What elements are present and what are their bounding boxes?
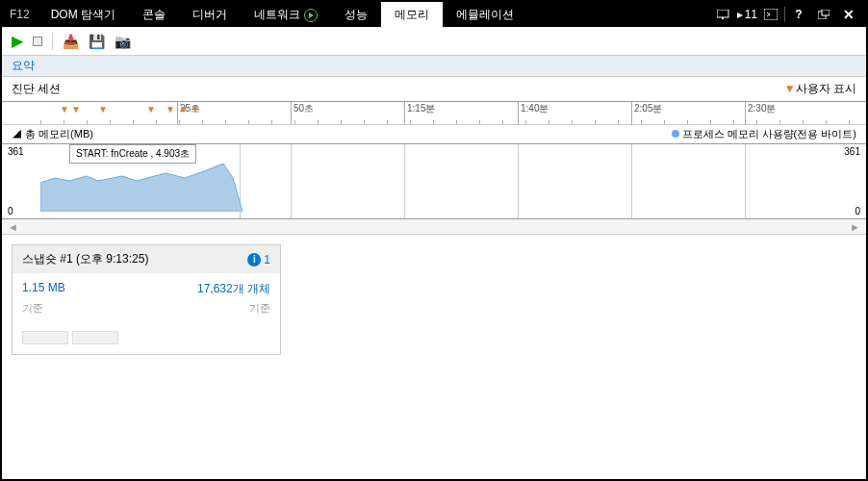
user-marker-icon: ▼: [179, 104, 189, 114]
play-circle-icon: [304, 9, 318, 22]
svg-marker-5: [40, 164, 243, 212]
y-axis-max: 361: [8, 146, 24, 157]
summary-tab[interactable]: 요약: [2, 56, 866, 77]
snapshot-thumbnails: [13, 327, 280, 354]
snapshot-size-link[interactable]: 1.15 MB: [22, 281, 65, 297]
user-marker-icon: ▼: [60, 104, 69, 114]
tab-memory[interactable]: 메모리: [381, 2, 443, 27]
titlebar: F12 DOM 탐색기 콘솔 디버거 네트워크 성능 메모리 에뮬레이션 ▸11…: [2, 2, 866, 27]
snapshot-title: 스냅숏 #1 (오후 9:13:25): [22, 251, 148, 267]
svg-rect-4: [822, 10, 830, 15]
undock-icon[interactable]: [812, 3, 835, 26]
chart-tooltip: START: fnCreate , 4.903초: [69, 144, 196, 164]
user-marker-icon: ▼: [146, 104, 156, 114]
snapshot-camera-icon[interactable]: 📷: [115, 34, 131, 49]
thumbnail[interactable]: [22, 331, 68, 344]
tab-console[interactable]: 콘솔: [129, 2, 179, 27]
thumbnail[interactable]: [72, 331, 118, 344]
snapshot-info-badge[interactable]: i 1: [247, 253, 270, 266]
tab-network[interactable]: 네트워크: [241, 2, 331, 27]
chart-header: ◢ 총 메모리(MB) 프로세스 메모리 사용량(전용 바이트): [2, 125, 866, 144]
snapshots-area: 스냅숏 #1 (오후 9:13:25) i 1 1.15 MB 17,632개 …: [2, 235, 866, 365]
timeline-ruler[interactable]: 25초 50초 1:15분 1:40분 2:05분 2:30분 ▼ ▼ ▼ ▼ …: [2, 102, 866, 125]
close-icon[interactable]: ✕: [837, 3, 860, 26]
tab-performance[interactable]: 성능: [331, 2, 381, 27]
chart-title: ◢ 총 메모리(MB): [12, 127, 93, 141]
scroll-left-icon[interactable]: ◄: [8, 221, 18, 233]
save-icon[interactable]: 💾: [89, 34, 105, 49]
baseline-label-left: 기준: [22, 301, 43, 316]
scroll-right-icon[interactable]: ►: [850, 221, 860, 233]
start-profiling-button[interactable]: ▶: [12, 32, 23, 50]
timeline-scrollbar[interactable]: ◄ ►: [2, 219, 866, 235]
info-icon: i: [247, 253, 261, 266]
toolbar: ▶ 📥 💾 📷: [2, 27, 866, 56]
import-icon[interactable]: 📥: [63, 34, 79, 49]
svg-rect-1: [722, 17, 724, 19]
memory-chart[interactable]: 361 0 361 0 START: fnCreate , 4.903초: [2, 144, 866, 219]
stop-profiling-button[interactable]: [33, 37, 42, 46]
y-axis-max-right: 361: [844, 146, 860, 157]
svg-rect-2: [764, 9, 778, 20]
y-axis-min: 0: [8, 206, 13, 216]
user-marker-icon: ▼: [71, 104, 81, 114]
error-badge[interactable]: ▸11: [737, 8, 757, 21]
session-title: 진단 세션: [12, 81, 61, 97]
user-marker-icon: ▼: [191, 104, 200, 114]
tab-debugger[interactable]: 디버거: [179, 2, 241, 27]
snapshot-header: 스냅숏 #1 (오후 9:13:25) i 1: [13, 245, 280, 273]
svg-rect-0: [717, 10, 728, 17]
session-header: 진단 세션 ▼사용자 표시: [2, 77, 866, 102]
chart-legend: 프로세스 메모리 사용량(전용 바이트): [672, 127, 857, 141]
tab-dom-explorer[interactable]: DOM 탐색기: [38, 2, 129, 27]
f12-label: F12: [2, 2, 38, 27]
user-marker-icon: ▼: [98, 104, 108, 114]
y-axis-min-right: 0: [855, 206, 860, 216]
snapshot-objects-link[interactable]: 17,632개 개체: [197, 281, 270, 297]
baseline-label-right: 기준: [249, 301, 270, 316]
snapshot-card[interactable]: 스냅숏 #1 (오후 9:13:25) i 1 1.15 MB 17,632개 …: [12, 244, 281, 355]
screen-icon[interactable]: [712, 3, 735, 26]
tab-emulation[interactable]: 에뮬레이션: [443, 2, 527, 27]
user-marker-icon: ▼: [166, 104, 175, 114]
help-icon[interactable]: ?: [787, 3, 810, 26]
console-toggle-icon[interactable]: [759, 3, 782, 26]
user-marker-legend: ▼사용자 표시: [784, 81, 856, 97]
